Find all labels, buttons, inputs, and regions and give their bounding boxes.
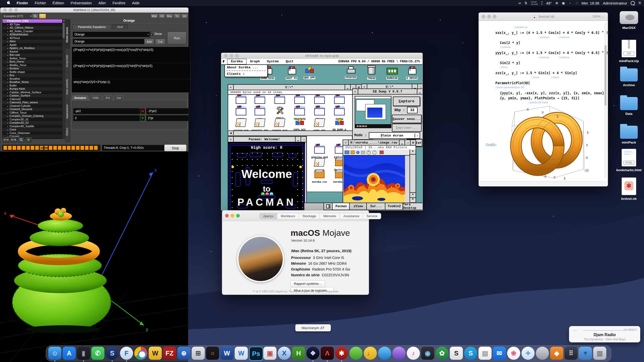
domain-tab-cnd[interactable]: CND [89, 95, 102, 101]
fullscreen-icon[interactable] [380, 151, 384, 154]
parametric-plot[interactable]: -5 0 5 5 0 -5 -10 -5 0 5 [491, 103, 599, 181]
shade-icon[interactable]: ▁ [295, 137, 301, 142]
zoom-out-icon[interactable]: − [372, 150, 377, 155]
dock-icon-w-diamond[interactable]: W [235, 347, 248, 360]
tab-assistance[interactable]: Assistance [340, 213, 363, 219]
dock-icon-downloads[interactable]: ▼ [579, 347, 592, 360]
menu-user[interactable]: Administrateur [603, 1, 627, 5]
side-tab-script-edit[interactable]: Script Edit [65, 48, 70, 74]
dock-icon-filezilla[interactable]: FZ [163, 347, 176, 360]
temperature[interactable]: 48° [546, 1, 552, 5]
desktop-icon-bretzel-nb[interactable]: ✱bretzel.nb [614, 177, 644, 201]
search-model-button[interactable] [32, 14, 38, 19]
stop-button[interactable]: Stop [164, 145, 186, 151]
dock-icon-garden[interactable]: ✿ [435, 347, 449, 360]
radio-widget[interactable]: --:-- EN DIRECT Djam Radio The Dynamics … [569, 326, 640, 342]
mathmod-titlebar[interactable]: MathMod-11.1(MacOSX64_86) [0, 8, 188, 13]
model-tree[interactable]: ▾Parametric (185)▸4D Tube▸4D_Clliford_Ri… [2, 19, 63, 139]
menu-item-édition[interactable]: Édition [49, 0, 67, 6]
tree-item[interactable]: ▸Catenoid [3, 98, 62, 101]
u-min-input[interactable]: -pi/2 [73, 108, 143, 114]
view-button-inf[interactable]: Inf [181, 14, 188, 19]
taskbar-button-toswin2[interactable]: TosWin2 [385, 203, 404, 210]
radio-progress[interactable] [583, 330, 623, 331]
tree-item[interactable]: ▸Bonbon [3, 67, 62, 70]
notebook-scrollbar[interactable] [604, 23, 607, 178]
dock-icon-macaranym[interactable]: ❖ [306, 347, 319, 360]
window-controls[interactable] [3, 8, 18, 12]
tree-item[interactable]: ▸Boy [3, 74, 62, 77]
tab-grid[interactable]: Grid [112, 24, 128, 29]
menu-item-finder[interactable]: Finder [13, 0, 31, 6]
gem-desktop-icon-host-fs[interactable]: HHOST FS [282, 66, 301, 80]
taskbar-button-zview[interactable]: zView [349, 203, 367, 210]
close-icon[interactable]: ✕ [228, 137, 234, 142]
capture-button[interactable]: Capture [393, 97, 420, 106]
menu-clock[interactable]: Mer. 16:36 [581, 1, 599, 5]
tree-item[interactable]: ▸Bat coat [3, 53, 62, 57]
tree-item[interactable]: ▸4D_Clliford_Ribbon [3, 26, 62, 30]
domain-tab-cst[interactable]: Cst [113, 95, 124, 101]
tree-item[interactable]: ▸Cone_Distorsion [3, 131, 62, 135]
menu-item-about-eureka[interactable]: About Eurêka ... [225, 65, 267, 70]
tree-item[interactable]: ▸Apple [3, 43, 62, 47]
gem-menu-graph[interactable]: Graph [247, 59, 263, 64]
c-window[interactable]: ✕ C:\* ▁❏⊠ 300069 bytes used in 32 items… [228, 84, 362, 136]
dock-icon-photoshop[interactable]: Ps [249, 347, 263, 361]
keyboard-dots-icon[interactable]: ∴ [576, 1, 578, 5]
c-file-cookie-dat[interactable]: COOKIE.DAT [270, 118, 289, 130]
tree-item[interactable]: ▸Cone [3, 128, 62, 131]
dock-icon-safari[interactable]: ✧ [521, 347, 535, 360]
v-scrollbar[interactable]: ▲ ▲ ▼ ⊿ [410, 150, 416, 207]
dock-icon-grass-h[interactable]: H [292, 347, 305, 360]
v-min-input[interactable]: 0 [73, 115, 143, 121]
tree-item[interactable]: ▸Basket [3, 50, 62, 54]
tree-item[interactable]: ▸Complex4D_Saddle [3, 125, 62, 128]
gem-desktop-icon-ramdisk[interactable]: RAMDISK [383, 66, 401, 80]
taskbar-grid-button[interactable] [324, 203, 333, 210]
gem-desktop-icon-trash[interactable]: TRASH [362, 66, 381, 80]
cut-button[interactable]: Cut [155, 39, 165, 45]
close-icon[interactable]: ✕ [228, 85, 234, 90]
dock-icon-launchpad[interactable]: ⠿ [565, 347, 578, 360]
taskbar-button-eur[interactable]: Eur... [366, 203, 386, 210]
model-name-input[interactable]: Orange [73, 39, 146, 44]
dock-icon-skype[interactable]: S [464, 347, 477, 360]
mode-select[interactable]: Plein écran ⇩ [369, 132, 420, 139]
gem-menu-system[interactable]: System [263, 59, 282, 64]
view-button-fil[interactable]: Fil [158, 14, 166, 19]
play-tool[interactable] [25, 137, 32, 143]
tab-aperçu[interactable]: Aperçu [260, 213, 277, 219]
zoom-tool[interactable] [18, 137, 24, 143]
tab-parametric-equations[interactable]: Parametric Equations [73, 24, 111, 29]
dock-icon-green-ball[interactable] [349, 347, 363, 360]
tree-item[interactable]: ▸Complex3D_01 [3, 118, 62, 121]
weights-tool-2[interactable] [10, 137, 17, 143]
dock-icon-finder[interactable]: ☺ [48, 347, 61, 360]
file-gemview-mod[interactable]: gemview.mod [310, 145, 329, 159]
weights-tool-1[interactable] [3, 137, 9, 143]
dock-icon-sonos[interactable]: S [450, 347, 463, 360]
tree-item[interactable]: ▸Alien [3, 40, 62, 43]
side-tab-appearance[interactable]: Appearance [65, 100, 70, 123]
save-as-button[interactable]: Sauver sous... [392, 115, 422, 123]
tree-item[interactable]: ▸Complex3D_02 [3, 121, 62, 125]
dock-icon-mathematica[interactable]: ✱ [335, 347, 348, 360]
formula-input-3[interactable]: sin(u)*sin(v/2)/2+3*(v/pi-1) [72, 79, 190, 93]
domain-tab-fct[interactable]: Fct [102, 95, 113, 101]
side-tab-model-details[interactable]: Model details [65, 19, 70, 50]
search-icon[interactable] [631, 1, 635, 5]
dock-icon-notes[interactable]: ▤ [478, 347, 492, 360]
desktop-icon-data[interactable]: Data [614, 97, 644, 116]
tree-item[interactable]: ▸Blobby_Torus [3, 64, 62, 67]
privacy-shield-icon[interactable]: ◉ [562, 1, 565, 5]
tree-item[interactable]: ▸4D_Roller_Coaster [3, 30, 62, 33]
network-arrows-icon[interactable]: ⇅ [525, 1, 528, 5]
menu-list-icon[interactable]: ≡ [638, 1, 641, 6]
mathmod-3d-viewport[interactable]: x z y [0, 152, 188, 362]
ebdump-window[interactable]: ✕ EB Dump V 0.9.7 ▁ Capture Nbp : 32 Sau… [352, 88, 422, 144]
tree-item[interactable]: ▸4DMathModels [3, 33, 62, 36]
menu-item-présentation[interactable]: Présentation [67, 0, 95, 6]
tree-item[interactable]: ▸Catenoid_Plain_weave [3, 101, 62, 104]
dock-icon-word[interactable]: W [220, 347, 233, 360]
